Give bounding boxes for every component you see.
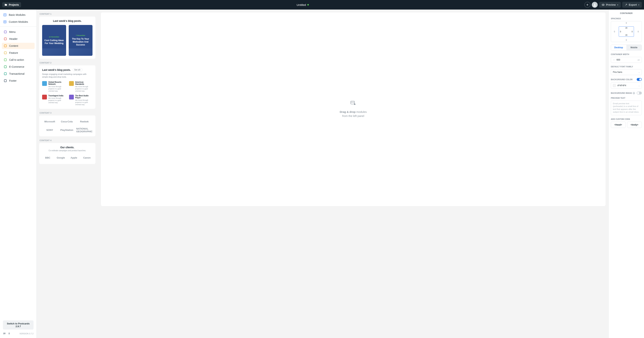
logo-google: Google bbox=[55, 155, 66, 160]
sidebar-item-label: Call to action bbox=[9, 58, 24, 61]
margin-right[interactable]: 0 bbox=[638, 31, 639, 33]
feature-desc: We move through projects in a goal-orien… bbox=[75, 99, 93, 106]
module-section-label: CONTENT 2 bbox=[40, 62, 96, 64]
canvas-area: Drag & drop modules from the left panel bbox=[98, 10, 608, 338]
svg-rect-3 bbox=[4, 21, 6, 23]
logo-coca-cola: Coca-Cola bbox=[59, 119, 74, 124]
version-label: VERSION 3.7.2 bbox=[20, 332, 34, 335]
sidebar-item-feature[interactable]: Feature bbox=[2, 50, 34, 56]
font-family-select[interactable]: Fira Sans ⌄ bbox=[611, 69, 642, 75]
modules-panel: CONTENT 1 Last week's blog posts. 12 Nov… bbox=[37, 10, 98, 338]
export-icon bbox=[625, 4, 627, 6]
category-icon bbox=[4, 51, 7, 55]
margin-top[interactable]: 0 bbox=[626, 22, 627, 24]
padding-top[interactable]: 20 bbox=[625, 27, 627, 29]
sidebar-item-label: Header bbox=[9, 38, 18, 40]
body-code-button[interactable]: <body> bbox=[627, 122, 642, 128]
sidebar-item-e-commerce[interactable]: E-Commerce bbox=[2, 64, 34, 70]
feature-item: American StandardsWe move through projec… bbox=[69, 81, 93, 92]
width-unit: px bbox=[638, 59, 640, 61]
projects-button[interactable]: Projects bbox=[2, 2, 21, 7]
content-template-4[interactable]: Our clients. Co-ordinate campaigns and p… bbox=[39, 143, 96, 164]
sidebar-item-call-to-action[interactable]: Call to action bbox=[2, 57, 34, 63]
svg-rect-10 bbox=[4, 66, 6, 68]
bell-icon[interactable] bbox=[8, 332, 10, 335]
chevron-down-icon: ▾ bbox=[638, 4, 639, 6]
category-icon bbox=[4, 58, 7, 62]
sidebar-item-header[interactable]: Header bbox=[2, 36, 34, 42]
head-code-button[interactable]: <head> bbox=[611, 122, 626, 128]
feature-icon bbox=[69, 95, 74, 99]
switch-version-button[interactable]: Switch to Postcards 2.9.7 bbox=[3, 320, 34, 329]
module-title: Last week's blog posts. bbox=[42, 68, 71, 71]
preview-label: Preview bbox=[606, 3, 616, 6]
topbar: Projects Untitled Preview ▾ Export ▾ bbox=[0, 0, 644, 10]
blog-tile: 7 NovemberThe Key To Your Motivation And… bbox=[69, 25, 93, 56]
bgcolor-toggle[interactable] bbox=[637, 78, 642, 81]
spacing-editor[interactable]: 0 0 0 0 20 20 0 0 bbox=[611, 21, 642, 42]
feature-title: Travelagent India bbox=[48, 95, 66, 97]
sidebar-item-menu[interactable]: Menu bbox=[2, 29, 34, 35]
bgcolor-select[interactable]: #F4F4F4 ⌄ bbox=[611, 82, 642, 89]
preview-button[interactable]: Preview ▾ bbox=[599, 2, 621, 8]
bgcolor-label-row: BACKGROUND COLOR bbox=[611, 78, 642, 81]
container-width-input[interactable]: ↔ 600 px bbox=[611, 57, 642, 63]
padding-left[interactable]: 0 bbox=[620, 31, 621, 33]
eye-icon bbox=[602, 3, 604, 6]
basic-modules-icon bbox=[3, 13, 6, 17]
margin-left[interactable]: 0 bbox=[614, 31, 615, 33]
feature-title: The Best Audio Player bbox=[75, 95, 93, 99]
user-avatar[interactable] bbox=[592, 2, 598, 8]
margin-bottom[interactable]: 0 bbox=[626, 39, 627, 41]
chat-icon[interactable] bbox=[3, 332, 6, 335]
feature-title: American Standards bbox=[75, 81, 93, 85]
sidebar-item-label: Feature bbox=[9, 51, 18, 54]
tab-mobile[interactable]: Mobile bbox=[626, 45, 642, 50]
module-title: Last week's blog posts. bbox=[42, 20, 92, 22]
logo-apple: Apple bbox=[68, 155, 80, 160]
unsaved-indicator-icon bbox=[307, 4, 309, 6]
chevron-right-icon: › bbox=[80, 69, 81, 71]
content-template-3[interactable]: MicrosoftCoca-ColaReebokSONYPlayStationN… bbox=[39, 115, 96, 136]
help-icon[interactable]: ? bbox=[633, 92, 635, 94]
chevron-down-icon: ⌄ bbox=[638, 71, 640, 73]
padding-bottom[interactable]: 20 bbox=[625, 34, 627, 36]
basic-modules-tab[interactable]: Basic Modules bbox=[2, 12, 34, 18]
bgimage-toggle[interactable] bbox=[637, 92, 642, 94]
see-all-link[interactable]: See all› bbox=[73, 68, 82, 71]
preview-text-label: PREVIEW TEXT bbox=[611, 97, 642, 99]
category-icon bbox=[4, 37, 7, 41]
add-button[interactable] bbox=[584, 2, 590, 8]
logo-sony: SONY bbox=[42, 127, 57, 133]
content-template-2[interactable]: Last week's blog posts. See all› Design … bbox=[39, 65, 96, 109]
drop-text: modules bbox=[356, 110, 367, 113]
logo-bbc: BBC bbox=[42, 155, 53, 160]
sidebar-item-transactional[interactable]: Transactional bbox=[2, 71, 34, 77]
blog-tile: 12 NovemberCost Cutting Ideas For Your W… bbox=[42, 25, 66, 56]
properties-panel: CONTAINER SPACINGS 0 0 0 0 20 20 0 0 Des… bbox=[608, 10, 644, 338]
sidebar-item-footer[interactable]: Footer bbox=[2, 78, 34, 84]
tile-date: 12 November bbox=[49, 36, 59, 38]
category-icon bbox=[4, 44, 7, 48]
width-value: 600 bbox=[616, 59, 638, 61]
sidebar-item-label: Transactional bbox=[9, 72, 24, 75]
custom-modules-tab[interactable]: Custom Modules bbox=[2, 19, 34, 25]
logo-national-geographic: NATIONAL GEOGRAPHIC bbox=[76, 127, 92, 133]
svg-point-1 bbox=[603, 5, 604, 5]
document-title-area[interactable]: Untitled bbox=[297, 3, 309, 7]
padding-right[interactable]: 0 bbox=[632, 31, 633, 33]
tab-desktop[interactable]: Desktop bbox=[611, 45, 626, 50]
content-template-1[interactable]: Last week's blog posts. 12 NovemberCost … bbox=[39, 17, 96, 59]
svg-rect-2 bbox=[4, 14, 6, 16]
logo-playstation: PlayStation bbox=[59, 127, 74, 133]
svg-rect-7 bbox=[4, 45, 6, 47]
module-subtitle: Co-ordinate campaigns and product launch… bbox=[42, 149, 92, 151]
export-button[interactable]: Export ▾ bbox=[622, 2, 642, 8]
preview-text-input[interactable]: Email preview text (preheader) is a smal… bbox=[611, 101, 642, 115]
spacings-label: SPACINGS bbox=[611, 18, 642, 20]
drop-zone[interactable]: Drag & drop modules from the left panel bbox=[101, 13, 606, 206]
tile-date: 7 November bbox=[76, 35, 85, 36]
sidebar-item-content[interactable]: Content bbox=[2, 43, 34, 49]
category-icon bbox=[4, 65, 7, 68]
sidebar-item-label: E-Commerce bbox=[9, 65, 24, 68]
